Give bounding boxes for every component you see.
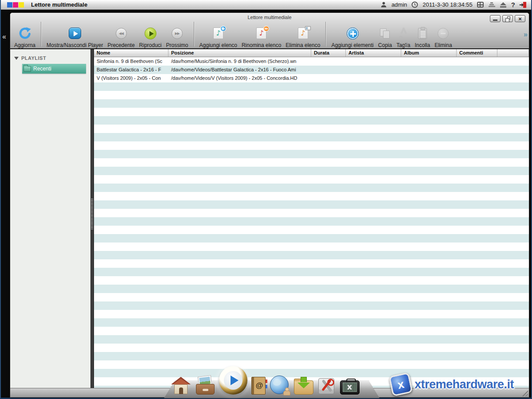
play-label: Riproduci	[139, 42, 162, 48]
table-body: Sinfonia n. 9 di Beethoven (Sc /dav/home…	[94, 57, 529, 388]
logged-in-user: admin	[391, 1, 407, 8]
column-header-album[interactable]: Album	[401, 49, 457, 57]
play-icon	[145, 27, 156, 39]
player-icon	[69, 27, 81, 39]
cell-durata	[311, 66, 346, 74]
sidebar-item-recenti[interactable]: Recenti	[22, 64, 86, 74]
scroll-right-chevron-icon[interactable]: »	[524, 31, 528, 39]
scroll-left-chevron-icon[interactable]: «	[2, 33, 6, 41]
copy-label: Copia	[378, 42, 392, 48]
logo-square-magenta	[13, 2, 18, 8]
table-row[interactable]: Sinfonia n. 9 di Beethoven (Sc /dav/home…	[94, 57, 529, 66]
column-header-nome[interactable]: Nome	[94, 49, 168, 57]
copy-button[interactable]: Copia	[376, 21, 394, 48]
splitter-grip	[91, 198, 93, 230]
page-title: Lettore multimediale	[31, 1, 87, 8]
eject-icon[interactable]	[500, 1, 507, 8]
delete-playlist-label: Elimina elenco	[286, 42, 320, 48]
delete-playlist-icon: ♪	[298, 27, 308, 39]
cell-posizione: /dav/home/Videos/V (Visitors 2009) - 2x0…	[168, 74, 311, 82]
cell-empty	[497, 66, 529, 74]
cell-empty	[497, 57, 529, 66]
media-player-window: Lettore multimediale × Aggiorna	[10, 12, 529, 398]
paste-button[interactable]: Incolla	[413, 21, 433, 48]
column-header-posizione[interactable]: Posizione	[168, 49, 311, 57]
rename-playlist-button[interactable]: ♪ Rinomina elenco	[239, 21, 283, 48]
cell-nome: Battlestar Galactica - 2x16 - F	[94, 66, 168, 74]
playlist-sidebar: PLAYLIST Recenti	[10, 49, 90, 388]
media-table: Nome Posizione Durata Artista Album Comm…	[94, 49, 529, 388]
delete-items-label: Elimina	[434, 42, 452, 48]
refresh-label: Aggiorna	[14, 42, 35, 48]
cell-commenti	[457, 74, 497, 82]
folder-icon	[23, 66, 31, 72]
desktop: « Lettore multimediale × Aggiorna	[1, 10, 531, 398]
delete-items-button[interactable]: Elimina	[432, 21, 454, 48]
add-items-button[interactable]: Aggiungi elementi	[329, 21, 376, 48]
app-grid-icon[interactable]	[477, 1, 484, 8]
table-row[interactable]: V (Visitors 2009) - 2x05 - Con /dav/home…	[94, 74, 529, 82]
system-datetime: 2011-3-30 18:34:55	[422, 1, 473, 8]
sidebar-splitter[interactable]	[90, 49, 94, 388]
download-station-icon[interactable]	[293, 377, 314, 395]
contacts-icon[interactable]: @	[250, 376, 266, 395]
column-header-empty	[497, 49, 529, 57]
toggle-player-label: Mostra/Nascondi Player	[47, 42, 103, 48]
cell-commenti	[457, 66, 497, 74]
cell-album	[401, 66, 457, 74]
resize-handle[interactable]	[521, 390, 528, 396]
playlist-section-header[interactable]: PLAYLIST	[14, 55, 90, 61]
copy-icon	[379, 27, 391, 39]
cut-button[interactable]: Taglia	[394, 21, 412, 48]
toolbar-separator	[41, 22, 41, 47]
paste-label: Incolla	[415, 42, 430, 48]
logout-icon[interactable]	[519, 1, 527, 8]
devices-icon[interactable]	[488, 1, 496, 8]
next-label: Prossimo	[166, 42, 188, 48]
disk-tools-icon[interactable]	[317, 377, 336, 395]
cut-icon	[398, 27, 409, 39]
window-content: PLAYLIST Recenti Nome Posizione Durata	[10, 49, 529, 388]
add-playlist-icon: ♪	[213, 27, 223, 39]
toolbar-separator	[325, 22, 326, 47]
help-icon[interactable]: ?	[511, 1, 515, 8]
delete-items-icon	[438, 28, 449, 39]
column-header-commenti[interactable]: Commenti	[457, 49, 497, 57]
cell-album	[401, 74, 457, 82]
system-topbar: Lettore multimediale admin 2011-3-30 18:…	[1, 0, 531, 10]
column-header-artista[interactable]: Artista	[346, 49, 401, 57]
app-dock: @	[164, 362, 379, 398]
add-items-icon	[347, 27, 359, 39]
rename-playlist-icon: ♪	[256, 27, 266, 39]
previous-button[interactable]: ◀◀ Precedente	[105, 21, 137, 48]
qnap-logo	[7, 2, 24, 8]
toggle-player-button[interactable]: Mostra/Nascondi Player	[44, 21, 105, 48]
add-playlist-button[interactable]: ♪ Aggiungi elenco	[197, 21, 239, 48]
next-button[interactable]: ▶▶ Prossimo	[164, 21, 191, 48]
cut-label: Taglia	[396, 42, 410, 48]
cell-empty	[497, 74, 529, 82]
logo-square-blue	[7, 2, 12, 8]
cell-album	[401, 57, 457, 66]
toolbar-buttons-row: Aggiorna Mostra/Nascondi Player ◀◀ Prece…	[12, 21, 521, 48]
paste-icon	[418, 28, 427, 39]
cell-nome: Sinfonia n. 9 di Beethoven (Sc	[94, 57, 168, 66]
previous-icon: ◀◀	[116, 28, 127, 39]
previous-label: Precedente	[107, 42, 134, 48]
home-icon[interactable]	[170, 376, 192, 395]
watermark-text: xtremehardware.it	[415, 378, 514, 391]
system-toolbox-icon[interactable]	[339, 378, 360, 395]
cell-nome: V (Visitors 2009) - 2x05 - Con	[94, 74, 168, 82]
cell-commenti	[457, 57, 497, 66]
photo-station-icon[interactable]	[195, 376, 216, 395]
delete-playlist-button[interactable]: ♪ Elimina elenco	[283, 21, 322, 48]
play-button[interactable]: Riproduci	[137, 21, 164, 48]
media-player-icon[interactable]	[219, 366, 247, 395]
screen: Lettore multimediale admin 2011-3-30 18:…	[0, 0, 532, 399]
refresh-button[interactable]: Aggiorna	[12, 21, 38, 48]
column-header-durata[interactable]: Durata	[311, 49, 346, 57]
table-row[interactable]: Battlestar Galactica - 2x16 - F /dav/hom…	[94, 66, 529, 74]
cell-artista	[346, 74, 401, 82]
topbar-status-area: admin 2011-3-30 18:34:55 ?	[380, 1, 527, 8]
web-network-icon[interactable]	[270, 375, 290, 395]
